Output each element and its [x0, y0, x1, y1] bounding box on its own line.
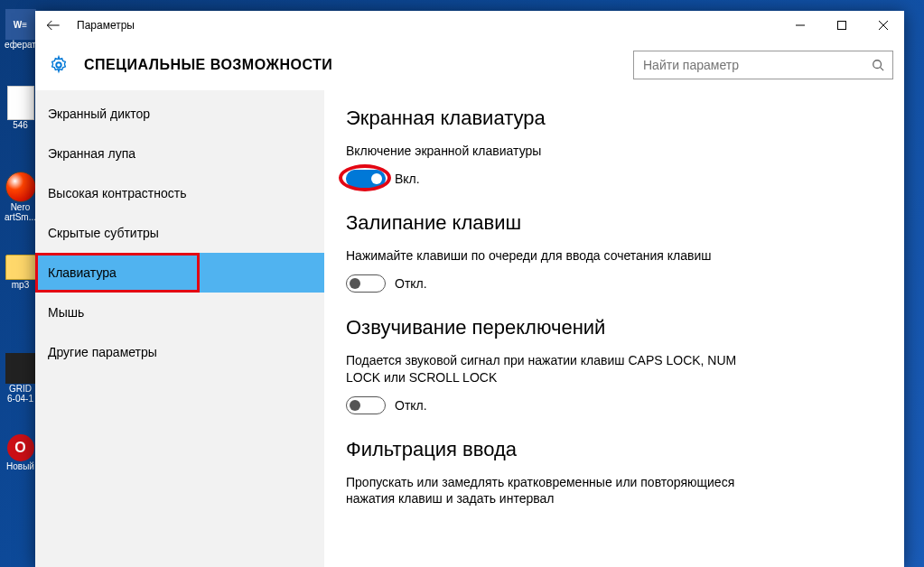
folder-icon [5, 255, 36, 280]
search-icon[interactable] [863, 59, 892, 71]
section-sticky-keys: Залипание клавиш Нажимайте клавиши по оч… [346, 211, 882, 293]
section-description: Включение экранной клавиатуры [346, 143, 761, 159]
sidebar-item-label: Экранный диктор [48, 107, 150, 121]
content-bottom-fade [324, 562, 904, 567]
window-controls [779, 11, 904, 40]
section-description: Нажимайте клавиши по очереди для ввода с… [346, 247, 761, 264]
section-filter-keys: Фильтрация ввода Пропускать или замедлят… [346, 438, 882, 507]
text-file-icon [7, 86, 34, 120]
sidebar-item-label: Мышь [48, 305, 84, 320]
sidebar-item-magnifier[interactable]: Экранная лупа [35, 134, 324, 173]
toggle-sticky-keys[interactable] [346, 274, 386, 293]
desktop-icon-label: mp3 [12, 280, 29, 290]
sidebar: Экранный диктор Экранная лупа Высокая ко… [35, 90, 324, 567]
sidebar-item-label: Клавиатура [48, 265, 117, 280]
close-icon [879, 21, 888, 30]
desktop-icon-label: еферат [5, 40, 36, 50]
toggle-onscreen-keyboard[interactable] [346, 170, 386, 188]
settings-body: Экранный диктор Экранная лупа Высокая ко… [35, 90, 904, 567]
toggle-knob [350, 400, 360, 411]
sidebar-item-other-options[interactable]: Другие параметры [35, 332, 324, 372]
back-button[interactable] [35, 11, 71, 40]
toggle-knob [371, 173, 382, 184]
section-heading: Озвучивание переключений [346, 316, 882, 339]
window-title: Параметры [71, 19, 135, 32]
svg-point-2 [873, 60, 882, 69]
toggle-state-label: Вкл. [395, 172, 420, 186]
nero-icon [5, 172, 36, 202]
sidebar-item-closed-captions[interactable]: Скрытые субтитры [35, 213, 324, 253]
minimize-button[interactable] [779, 11, 821, 40]
close-button[interactable] [863, 11, 904, 40]
settings-window: Параметры СПЕЦИАЛЬНЫЕ ВОЗМОЖ [35, 11, 904, 567]
maximize-button[interactable] [821, 11, 863, 40]
back-arrow-icon [44, 16, 62, 34]
sidebar-item-narrator[interactable]: Экранный диктор [35, 94, 324, 134]
svg-rect-0 [838, 22, 846, 30]
toggle-state-label: Откл. [395, 276, 427, 291]
sidebar-item-label: Другие параметры [48, 345, 157, 359]
svg-point-1 [56, 62, 61, 68]
desktop-right-strip [910, 0, 924, 567]
section-onscreen-keyboard: Экранная клавиатура Включение экранной к… [346, 107, 882, 188]
toggle-knob [350, 278, 360, 289]
section-heading: Фильтрация ввода [346, 438, 882, 461]
search-input[interactable] [634, 58, 863, 72]
sidebar-item-mouse[interactable]: Мышь [35, 293, 324, 332]
search-box[interactable] [633, 51, 893, 79]
grid-game-icon [5, 353, 36, 384]
word-icon: W≡ [5, 9, 36, 40]
toggle-toggle-keys[interactable] [346, 396, 386, 414]
section-description: Пропускать или замедлять кратковременные… [346, 474, 761, 507]
gear-icon [46, 52, 71, 78]
opera-icon: O [7, 434, 34, 461]
sidebar-item-keyboard[interactable]: Клавиатура [35, 253, 324, 293]
settings-header: СПЕЦИАЛЬНЫЕ ВОЗМОЖНОСТИ [35, 40, 904, 90]
minimize-icon [796, 21, 805, 30]
sidebar-item-high-contrast[interactable]: Высокая контрастность [35, 173, 324, 213]
desktop-icon-label: Nero artSm... [5, 202, 36, 222]
sidebar-item-label: Скрытые субтитры [48, 226, 159, 240]
sidebar-item-label: Высокая контрастность [48, 186, 186, 200]
toggle-state-label: Откл. [395, 398, 427, 413]
desktop-icon-label: GRID 6-04-1 [7, 384, 33, 404]
sidebar-item-label: Экранная лупа [48, 146, 135, 161]
section-toggle-keys: Озвучивание переключений Подается звуков… [346, 316, 882, 414]
section-heading: Экранная клавиатура [346, 107, 882, 130]
section-description: Подается звуковой сигнал при нажатии кла… [346, 352, 761, 385]
desktop-background: W≡ еферат 546 Nero artSm... mp3 GRID 6-0… [0, 0, 924, 567]
section-heading: Залипание клавиш [346, 211, 882, 235]
category-title: СПЕЦИАЛЬНЫЕ ВОЗМОЖНОСТИ [84, 57, 633, 73]
content-pane: Экранная клавиатура Включение экранной к… [324, 90, 904, 567]
desktop-icon-label: Новый [6, 461, 34, 471]
maximize-icon [837, 21, 846, 30]
desktop-icon-label: 546 [13, 120, 28, 130]
titlebar: Параметры [35, 11, 904, 40]
